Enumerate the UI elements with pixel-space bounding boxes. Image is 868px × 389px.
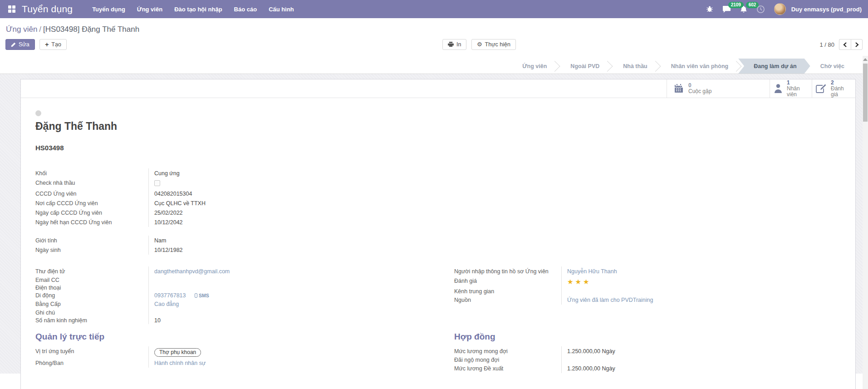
field-group-recruitment: Người nhập thông tin hồ sơ Ứng viên Nguy… xyxy=(454,266,707,305)
muc-luong-mong-doi-value: 1.250.000,00 Ngày xyxy=(562,346,707,356)
user-avatar xyxy=(774,3,786,15)
rating-label: Đánh giá xyxy=(831,86,852,98)
field-group-personal: Giới tính Nam Ngày sinh 10/12/1982 xyxy=(35,236,294,255)
scrollbar-thumb[interactable] xyxy=(863,64,868,122)
employee-count: 1 xyxy=(787,80,808,86)
email-link[interactable]: dangthethanhpvd@gmail.com xyxy=(154,268,230,275)
breadcrumb: Ứng viên/[HS03498] Đặng Thế Thanh xyxy=(0,18,868,34)
field-row: Email CC xyxy=(35,276,294,284)
field-noi-cap-value: Cục QLHC về TTXH xyxy=(149,198,294,208)
send-sms-button[interactable]: SMS xyxy=(195,293,209,298)
field-row: Bằng Cấp Cao đẳng xyxy=(35,299,294,309)
rating-stars[interactable]: ★★★ xyxy=(567,278,591,286)
field-row: Ghi chú xyxy=(35,309,294,316)
dai-ngo-mong-doi-value xyxy=(562,356,707,364)
field-row: Giới tính Nam xyxy=(35,236,294,245)
field-gioi-tinh-value: Nam xyxy=(149,236,294,245)
field-row: Phòng/Ban Hành chính nhân sự xyxy=(35,358,294,368)
stage-cho-viec[interactable]: Chờ việc xyxy=(809,59,856,74)
mobile-number-link[interactable]: 0937767813 xyxy=(154,292,186,299)
field-cccd-value: 042082015304 xyxy=(149,189,294,198)
action-button-row: Sửa + Tạo In ⚙ Thực hiện 1 / 80 xyxy=(0,39,868,50)
pencil-icon xyxy=(11,42,16,47)
section-title-contract: Hợp đồng xyxy=(454,332,841,342)
field-row: Mức lương Đề xuất 1.250.000,00 Ngày xyxy=(454,364,707,373)
stage-dang-lam-du-an-active[interactable]: Đang làm dự án xyxy=(738,59,810,74)
pager-previous-button[interactable] xyxy=(839,39,851,50)
field-group-contract: Mức lương mong đợi 1.250.000,00 Ngày Đãi… xyxy=(454,346,707,373)
edit-button[interactable]: Sửa xyxy=(5,39,35,50)
field-row: Số năm kinh nghiệm 10 xyxy=(35,316,294,324)
app-brand[interactable]: Tuyển dụng xyxy=(22,4,73,15)
form-sheet: 0 Cuộc gặp 1 Nhân viên 2 Đán xyxy=(20,79,856,389)
stage-nhan-vien-van-phong[interactable]: Nhân viên văn phòng xyxy=(659,59,740,74)
field-row: Di động 0937767813 SMS xyxy=(35,291,294,299)
user-name[interactable]: Duy enmasys (pvd_prod) xyxy=(791,6,862,13)
field-row: Nguồn Ứng viên đã làm cho PVDTraining xyxy=(454,295,707,305)
menu-dao-tao-hoi-nhap[interactable]: Đào tạo hội nhập xyxy=(168,0,228,18)
field-ngay-sinh-value: 10/12/1982 xyxy=(149,245,294,255)
user-menu[interactable] xyxy=(774,3,786,15)
phong-ban-link[interactable]: Hành chính nhân sự xyxy=(154,360,206,366)
field-row: Check nhà thầu xyxy=(35,178,294,189)
create-button[interactable]: + Tạo xyxy=(39,39,67,50)
gear-icon: ⚙ xyxy=(477,42,482,47)
control-panel: Ứng viên/[HS03498] Đặng Thế Thanh Sửa + … xyxy=(0,18,868,50)
stage-ngoai-pvd[interactable]: Ngoài PVD xyxy=(559,59,611,74)
nguon-link[interactable]: Ứng viên đã làm cho PVDTraining xyxy=(567,297,653,303)
field-row: Kênh trung gian xyxy=(454,287,707,295)
vertical-scrollbar[interactable] xyxy=(863,56,868,389)
field-row: CCCD Ứng viên 042082015304 xyxy=(35,189,294,198)
field-row: Người nhập thông tin hồ sơ Ứng viên Nguy… xyxy=(454,266,707,276)
print-button[interactable]: In xyxy=(442,39,466,50)
pager: 1 / 80 xyxy=(819,39,863,50)
candidate-code: HS03498 xyxy=(35,144,841,152)
scroll-up-arrow-icon[interactable] xyxy=(863,58,868,61)
menu-cau-hinh[interactable]: Cấu hình xyxy=(263,0,300,18)
field-group-manager: Vị trí ứng tuyển Thợ phụ khoan Phòng/Ban… xyxy=(35,346,294,368)
check-nha-thau-checkbox[interactable] xyxy=(154,180,160,186)
user-icon xyxy=(774,84,783,94)
section-title-manager: Quản lý trực tiếp xyxy=(35,332,454,342)
pager-value[interactable]: 1 / 80 xyxy=(819,41,834,48)
field-row: Vị trí ứng tuyển Thợ phụ khoan xyxy=(35,346,294,358)
plus-icon: + xyxy=(45,42,49,47)
activity-clock-icon[interactable] xyxy=(756,5,765,14)
vi-tri-ung-tuyen-tag[interactable]: Thợ phụ khoan xyxy=(154,348,201,357)
field-row: Ngày hết hạn CCCD Ứng viên 10/12/2042 xyxy=(35,217,294,227)
menu-bao-cao[interactable]: Báo cáo xyxy=(228,0,263,18)
menu-ung-vien[interactable]: Ứng viên xyxy=(131,0,168,18)
stat-button-meetings[interactable]: 0 Cuộc gặp xyxy=(667,79,770,98)
menu-tuyen-dung[interactable]: Tuyển dụng xyxy=(86,0,131,18)
main-menu: Tuyển dụng Ứng viên Đào tạo hội nhập Báo… xyxy=(86,0,300,18)
pager-next-button[interactable] xyxy=(851,39,863,50)
field-row: Mức lương mong đợi 1.250.000,00 Ngày xyxy=(454,346,707,356)
apps-menu-icon[interactable] xyxy=(8,5,15,13)
stage-ung-vien[interactable]: Ứng viên xyxy=(510,59,559,74)
employee-label: Nhân viên xyxy=(787,86,808,98)
field-row: Điện thoại xyxy=(35,284,294,291)
top-navbar: Tuyển dụng Tuyển dụng Ứng viên Đào tạo h… xyxy=(0,0,868,18)
field-row: Đãi ngộ mong đợi xyxy=(454,356,707,364)
action-gear-button[interactable]: ⚙ Thực hiện xyxy=(471,39,516,50)
stat-button-rating[interactable]: 2 Đánh giá xyxy=(812,79,855,98)
bang-cap-link[interactable]: Cao đẳng xyxy=(154,301,179,307)
messages-icon[interactable]: 2109 xyxy=(722,5,731,13)
breadcrumb-parent-link[interactable]: Ứng viên xyxy=(6,25,37,34)
notifications-bell-icon[interactable]: 602 xyxy=(740,5,747,13)
field-row: Thư điện tử dangthethanhpvd@gmail.com xyxy=(35,266,294,276)
stage-statusbar: Ứng viên Ngoài PVD Nhà thầu Nhân viên vă… xyxy=(0,59,868,74)
form-view-content: 0 Cuộc gặp 1 Nhân viên 2 Đán xyxy=(0,74,868,374)
calendar-icon xyxy=(673,83,684,94)
field-ngay-cap-value: 25/02/2022 xyxy=(149,208,294,217)
stage-nha-thau[interactable]: Nhà thầu xyxy=(611,59,659,74)
field-ghi-chu-value xyxy=(149,309,294,316)
breadcrumb-separator: / xyxy=(37,25,43,34)
candidate-photo-placeholder[interactable] xyxy=(35,110,41,116)
nguoi-nhap-link[interactable]: Nguyễn Hữu Thanh xyxy=(567,268,617,275)
stat-button-employee[interactable]: 1 Nhân viên xyxy=(770,79,812,98)
debug-bug-icon[interactable] xyxy=(706,5,713,13)
breadcrumb-current: [HS03498] Đặng Thế Thanh xyxy=(43,25,139,34)
field-kenh-trung-gian-value xyxy=(562,287,707,295)
candidate-name-title: Đặng Thế Thanh xyxy=(35,120,841,133)
